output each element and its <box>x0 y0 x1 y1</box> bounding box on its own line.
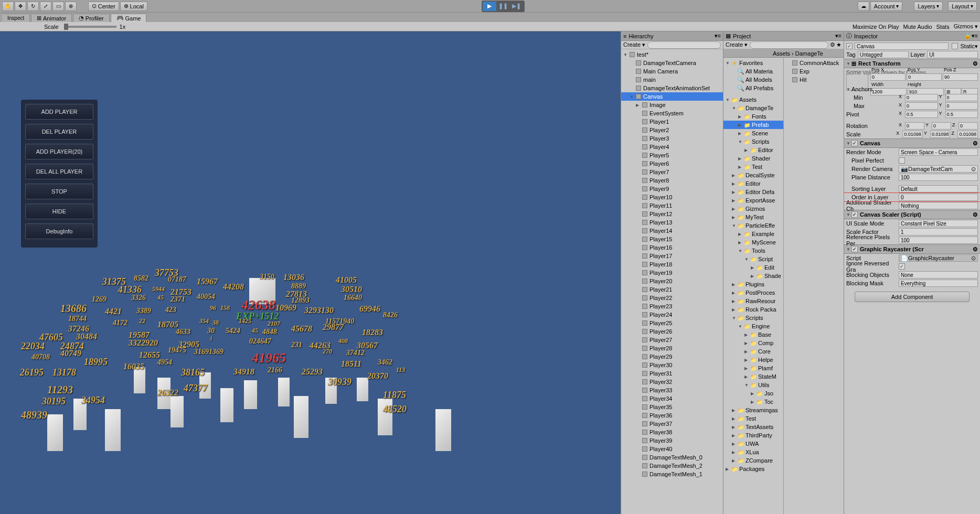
static-dropdown-icon[interactable]: ▾ <box>975 43 978 50</box>
pivot-y[interactable]: 0.5 <box>945 111 978 118</box>
expand-arrow-icon[interactable]: ▶ <box>732 198 737 203</box>
tree-item[interactable]: CommonAttack <box>784 59 844 67</box>
tree-item[interactable]: ▶Jso <box>723 389 783 398</box>
expand-arrow-icon[interactable]: ▶ <box>732 442 737 446</box>
rect-tool-button[interactable]: ▭ <box>52 2 64 11</box>
scale-tool-button[interactable]: ⤢ <box>40 2 51 11</box>
tree-item[interactable]: ▶DecalSyste <box>723 171 783 179</box>
expand-arrow-icon[interactable]: ▶ <box>751 400 756 404</box>
tree-item[interactable]: ▶Test <box>723 414 783 423</box>
expand-arrow-icon[interactable]: ▶ <box>744 333 750 337</box>
raycaster-enabled-checkbox[interactable] <box>851 246 858 252</box>
game-button-hide[interactable]: HIDE <box>25 204 93 219</box>
game-button-add-player-20-[interactable]: ADD PLAYER(20) <box>25 144 93 159</box>
tree-item[interactable]: ▼Engine <box>723 322 783 330</box>
tab-game[interactable]: 🎮 Game <box>111 14 147 22</box>
tree-item[interactable]: ▶XLua <box>723 448 783 456</box>
expand-arrow-icon[interactable]: ▶ <box>751 274 756 279</box>
move-tool-button[interactable]: ✥ <box>15 2 26 11</box>
tree-item[interactable]: ▶ExportAsse <box>723 196 783 205</box>
pos-x-field[interactable]: 0 <box>870 73 906 81</box>
tree-item[interactable]: main <box>621 76 723 84</box>
tree-item[interactable]: ▶RawResour <box>723 297 783 305</box>
tree-item[interactable]: ▶Fonts <box>723 112 783 121</box>
layer-dropdown[interactable]: UI <box>927 51 978 58</box>
tree-item[interactable]: ▶Comp <box>723 339 783 347</box>
tree-item[interactable]: ▼Assets <box>723 95 783 104</box>
tree-item[interactable]: ▶Toc <box>723 398 783 406</box>
tree-item[interactable]: Player21 <box>621 285 723 294</box>
tree-item[interactable]: Player31 <box>621 369 723 378</box>
tree-item[interactable]: ▶Editor Defa <box>723 188 783 196</box>
tree-item[interactable]: ▶Shade <box>723 272 783 280</box>
expand-arrow-icon[interactable]: ▶ <box>744 374 750 379</box>
tree-item[interactable]: Player20 <box>621 277 723 285</box>
game-button-add-player[interactable]: ADD PLAYER <box>25 104 93 120</box>
expand-arrow-icon[interactable]: ▶ <box>636 103 641 108</box>
canvas-enabled-checkbox[interactable] <box>851 140 858 146</box>
rot-z[interactable]: 0 <box>958 122 978 130</box>
tree-item[interactable]: Player18 <box>621 260 723 269</box>
plane-distance-field[interactable]: 100 <box>899 174 978 181</box>
expand-arrow-icon[interactable]: ▼ <box>726 61 731 66</box>
pixel-perfect-checkbox[interactable] <box>899 157 905 164</box>
tree-item[interactable]: ▼Script <box>723 255 783 263</box>
tree-item[interactable]: ▶Packages <box>723 465 783 473</box>
rot-x[interactable]: 0 <box>905 122 924 130</box>
tree-item[interactable]: DamageTextAnimationSet <box>621 84 723 92</box>
tree-item[interactable]: Player37 <box>621 420 723 428</box>
pos-y-field[interactable]: 0 <box>907 73 942 81</box>
layout-dropdown[interactable]: Layout ▾ <box>948 2 977 11</box>
tree-item[interactable]: Hit <box>784 76 844 84</box>
ui-scale-mode-dropdown[interactable]: Constant Pixel Size <box>899 220 978 227</box>
expand-arrow-icon[interactable]: ▶ <box>738 123 743 127</box>
expand-arrow-icon[interactable]: ▶ <box>732 416 737 421</box>
scale-factor-field[interactable]: 1 <box>899 228 978 235</box>
tree-item[interactable]: Player8 <box>621 176 723 185</box>
tab-animator[interactable]: ⊞ Animator <box>31 14 72 22</box>
tree-item[interactable]: Exp <box>784 67 844 76</box>
tab-inspect[interactable]: Inspect <box>2 14 30 22</box>
expand-arrow-icon[interactable]: ▶ <box>726 467 731 472</box>
tree-item[interactable]: Main Camera <box>621 67 723 76</box>
tree-item[interactable]: ▶Streamingas <box>723 406 783 414</box>
game-button-del-all-player[interactable]: DEL ALL PLAYER <box>25 164 93 179</box>
tree-item[interactable]: ▶Gizmos <box>723 205 783 213</box>
tree-item[interactable]: ▶Editor <box>723 146 783 154</box>
collapse-icon[interactable]: ▼ <box>846 87 851 92</box>
tree-item[interactable]: ▼Canvas <box>621 92 723 101</box>
component-menu-icon[interactable]: ⚙ <box>973 211 978 218</box>
anchor-min-x[interactable]: 0 <box>905 94 938 101</box>
static-checkbox[interactable] <box>952 43 958 49</box>
tree-item[interactable]: Player33 <box>621 386 723 394</box>
gizmos-dropdown[interactable]: Gizmos ▾ <box>954 23 978 30</box>
tree-item[interactable]: Player16 <box>621 243 723 252</box>
expand-arrow-icon[interactable]: ▼ <box>738 140 743 144</box>
anchor-max-y[interactable]: 0 <box>945 102 978 110</box>
pivot-local-button[interactable]: ⊕ Local <box>120 2 147 11</box>
tree-item[interactable]: Player1 <box>621 117 723 126</box>
expand-arrow-icon[interactable]: ▶ <box>732 425 737 430</box>
tag-dropdown[interactable]: Untagged <box>858 51 909 58</box>
expand-arrow-icon[interactable]: ▼ <box>738 324 743 329</box>
game-button-del-player[interactable]: DEL PLAYER <box>25 124 93 140</box>
tree-item[interactable]: Player19 <box>621 269 723 277</box>
scale-x[interactable]: 0.01098 <box>902 131 923 138</box>
tree-item[interactable]: ▶Plamf <box>723 364 783 372</box>
expand-arrow-icon[interactable]: ▶ <box>738 114 743 119</box>
tree-item[interactable]: ▼test* <box>621 50 723 59</box>
game-button-debuginfo[interactable]: DebugInfo <box>25 223 93 239</box>
tree-item[interactable]: Player25 <box>621 319 723 327</box>
tree-item[interactable]: ▶ZCompare <box>723 456 783 465</box>
tree-item[interactable]: DamageTextMesh_1 <box>621 470 723 478</box>
expand-arrow-icon[interactable]: ▶ <box>732 458 737 463</box>
expand-arrow-icon[interactable]: ▶ <box>751 391 756 396</box>
cloud-button[interactable]: ☁ <box>858 2 869 11</box>
tree-item[interactable]: ▼Tools <box>723 247 783 255</box>
tree-item[interactable]: ▶Edit <box>723 263 783 272</box>
expand-arrow-icon[interactable]: ▼ <box>744 383 750 388</box>
render-camera-field[interactable]: 📷DamageTextCam⊙ <box>899 165 978 173</box>
tree-item[interactable]: ▶Image <box>621 101 723 109</box>
pos-z-field[interactable]: 90 <box>943 73 978 81</box>
expand-arrow-icon[interactable]: ▶ <box>744 358 750 362</box>
